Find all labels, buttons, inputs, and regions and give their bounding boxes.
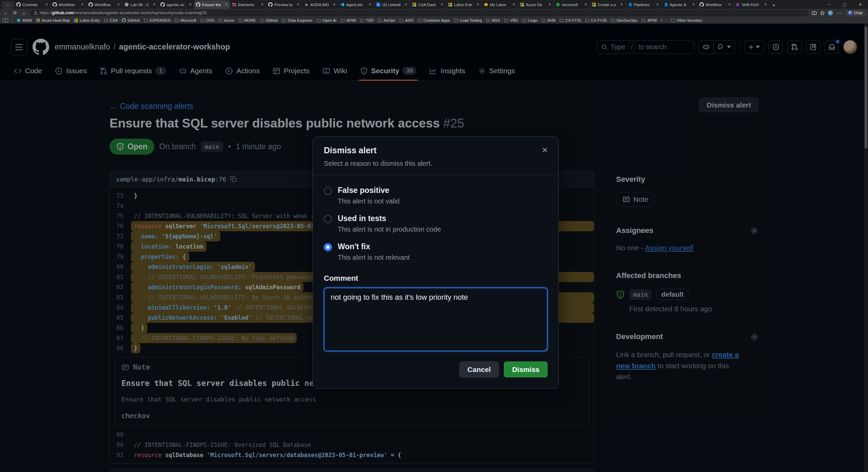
bookmark-item[interactable]: CX FY25: [557, 18, 583, 22]
back-icon[interactable]: ←: [3, 11, 9, 15]
branch-badge[interactable]: main: [201, 141, 223, 152]
cancel-button[interactable]: Cancel: [459, 361, 499, 377]
copilot-dropdown[interactable]: [713, 41, 735, 54]
bookmark-item[interactable]: Open AI: [315, 18, 339, 22]
bookmark-item[interactable]: CSA: [102, 18, 120, 22]
browser-tab[interactable]: Shift FinO: [733, 0, 769, 9]
issues-button[interactable]: [769, 40, 783, 54]
bookmark-item[interactable]: EXPENSES: [142, 18, 173, 22]
bookmark-item[interactable]: APIM: [339, 18, 358, 22]
browser-tab[interactable]: microsoft: [553, 0, 589, 9]
tab-close-icon[interactable]: [512, 2, 515, 7]
file-path[interactable]: sample-app/infra/main.bicep:76: [116, 176, 226, 183]
bookmark-item[interactable]: MSX: [484, 18, 502, 22]
bookmark-item[interactable]: VBD: [502, 18, 520, 22]
tab-close-icon[interactable]: [297, 2, 300, 7]
tab-close-icon[interactable]: [656, 2, 659, 7]
repo-nav-tab[interactable]: Projects: [268, 61, 314, 80]
browser-tab[interactable]: Agent plu: [338, 0, 374, 9]
split-screen-icon[interactable]: [812, 11, 817, 16]
browser-tab[interactable]: CSA Dash: [410, 0, 446, 9]
browser-tab[interactable]: Ensure tha: [194, 0, 230, 9]
tab-close-icon[interactable]: [225, 2, 228, 7]
browser-tab[interactable]: Workflow: [50, 0, 86, 9]
favorites-star-icon[interactable]: [820, 11, 825, 16]
breadcrumb-repo[interactable]: agentic-accelerator-workshop: [119, 42, 230, 52]
close-icon[interactable]: ✕: [538, 143, 552, 157]
dismiss-reason-option[interactable]: False positive This alert is not valid: [324, 181, 548, 210]
tab-close-icon[interactable]: [764, 2, 767, 7]
copilot-button[interactable]: [698, 40, 735, 54]
tab-close-icon[interactable]: [440, 2, 443, 7]
repo-nav-tab[interactable]: Actions: [220, 61, 264, 80]
bookmark-item[interactable]: Microsoft: [173, 18, 198, 22]
browser-tab[interactable]: Commits: [14, 0, 50, 9]
tab-close-icon[interactable]: [189, 2, 192, 7]
browser-tab[interactable]: Azure De: [517, 0, 553, 9]
window-close-icon[interactable]: [852, 0, 868, 9]
tab-close-icon[interactable]: [369, 2, 372, 7]
scrollbar-thumb[interactable]: [865, 26, 867, 149]
back-to-alerts-link[interactable]: ←Code scanning alerts: [110, 102, 193, 111]
bookmark-item[interactable]: OSS: [198, 18, 216, 22]
user-avatar[interactable]: [843, 40, 857, 54]
create-new-button[interactable]: +: [744, 40, 764, 54]
address-bar[interactable]: https://github.com/emmanuelknafo/agentic…: [30, 10, 809, 16]
notebook-button[interactable]: [806, 40, 820, 54]
bookmark-item[interactable]: CX FY26: [583, 18, 609, 22]
bookmark-item[interactable]: TDD: [358, 18, 376, 22]
gear-icon[interactable]: [750, 227, 758, 235]
browser-menu-icon[interactable]: ⋯: [836, 11, 842, 15]
bookmark-item[interactable]: Labor Entry: [72, 18, 102, 22]
browser-tab[interactable]: My Labor: [481, 0, 517, 9]
tab-close-icon[interactable]: [692, 2, 695, 7]
github-logo-icon[interactable]: [33, 39, 49, 55]
repo-nav-tab[interactable]: Security 39: [355, 61, 421, 80]
bookmark-item[interactable]: Lingo: [520, 18, 539, 22]
tab-close-icon[interactable]: [153, 2, 156, 7]
dismiss-reason-option[interactable]: Won't fix This alert is not relevant: [324, 238, 548, 266]
repo-nav-tab[interactable]: Agents: [174, 61, 217, 80]
repo-nav-tab[interactable]: Insights: [425, 61, 470, 80]
browser-tab[interactable]: agentic-ac: [158, 0, 194, 9]
bookmarks-overflow-icon[interactable]: [659, 18, 664, 23]
repo-nav-tab[interactable]: Settings: [473, 61, 520, 80]
browser-profile-avatar[interactable]: [828, 11, 833, 16]
bookmark-item[interactable]: GitHub: [120, 18, 142, 22]
dismiss-reason-option[interactable]: Used in tests This alert is not in produ…: [324, 210, 548, 238]
breadcrumb-owner[interactable]: emmanuelknafo: [55, 42, 110, 52]
inbox-button[interactable]: [825, 40, 839, 54]
bookmark-item[interactable]: Container Apps: [416, 18, 452, 22]
radio-button[interactable]: [324, 215, 332, 223]
copy-icon[interactable]: [230, 176, 237, 182]
affected-branch-badge[interactable]: main: [629, 289, 651, 300]
bookmark-item[interactable]: AzOps: [376, 18, 397, 22]
bookmark-item[interactable]: Azure: [216, 18, 236, 22]
browser-tab[interactable]: Workflow: [86, 0, 122, 9]
bookmark-item[interactable]: AVM: [539, 18, 557, 22]
window-maximize-icon[interactable]: [837, 0, 852, 9]
tab-close-icon[interactable]: [261, 2, 264, 7]
repo-nav-tab[interactable]: Code: [9, 61, 47, 80]
browser-tab[interactable]: Pipelines: [625, 0, 661, 9]
radio-button[interactable]: [324, 187, 332, 195]
bookmark-item[interactable]: GitHub: [258, 18, 280, 22]
browser-tab[interactable]: Workflow: [697, 0, 733, 9]
tab-close-icon[interactable]: [405, 2, 408, 7]
tab-close-icon[interactable]: [45, 2, 48, 7]
tab-close-icon[interactable]: [476, 2, 479, 7]
browser-tab[interactable]: Preview la: [266, 0, 302, 9]
collections-icon[interactable]: [3, 18, 8, 22]
bookmark-item[interactable]: MORE: [236, 18, 258, 22]
browser-tab[interactable]: Elements: [230, 0, 266, 9]
dismiss-confirm-button[interactable]: Dismiss: [504, 361, 548, 377]
pull-requests-button[interactable]: [787, 40, 802, 54]
tab-close-icon[interactable]: [81, 2, 84, 7]
window-minimize-icon[interactable]: [821, 0, 837, 9]
browser-tab[interactable]: Create a p: [589, 0, 625, 9]
tab-close-icon[interactable]: [728, 2, 731, 7]
new-tab-button[interactable]: [769, 1, 778, 9]
copilot-chat-button[interactable]: Chat: [845, 10, 865, 16]
browser-tab[interactable]: Lab 08 - V: [122, 0, 158, 9]
bookmark-item[interactable]: DevSecOps: [609, 18, 639, 22]
